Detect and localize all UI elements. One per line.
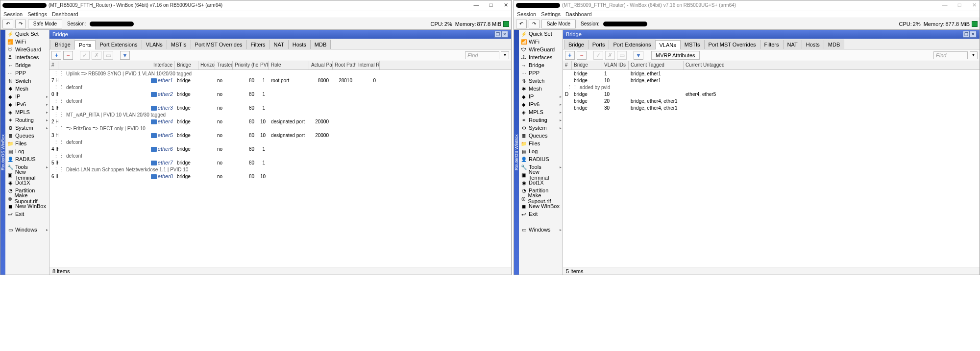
comment-row[interactable]: ⋮⋮defconf [49,97,511,104]
table-row[interactable]: 3 Hether5bridgeno8010designated port2000… [49,132,511,139]
tab-bridge[interactable]: Bridge [50,40,75,49]
minimize-button[interactable]: — [473,2,480,8]
sidebar-item-files[interactable]: 📁Files [519,140,563,147]
sidebar-item-ppp[interactable]: ⋯PPP [5,69,49,77]
sidebar-item-queues[interactable]: ≣Queues [5,132,49,140]
tab-mstis[interactable]: MSTIs [680,40,705,49]
find-input[interactable]: Find [933,51,968,59]
tab-filters[interactable]: Filters [246,40,270,49]
table-row[interactable]: bridge1bridge, ether1 [563,70,980,77]
filter-button[interactable]: ▼ [634,51,643,60]
tab-ports[interactable]: Ports [74,40,96,49]
table-row[interactable]: 7 Hether1bridgeno801root port8000280100 [49,77,511,84]
menu-dashboard[interactable]: Dashboard [52,11,78,17]
table-row[interactable]: 4 IHether6bridgeno801 [49,145,511,152]
sidebar-item-routing[interactable]: ✶Routing▸ [519,116,563,124]
sidebar-item-new-terminal[interactable]: ▣New Terminal [519,171,563,179]
minimize-button[interactable]: — [941,2,948,8]
menu-session[interactable]: Session [3,11,23,17]
tab-mstis[interactable]: MSTIs [167,40,191,49]
col-role[interactable]: Role [269,61,309,70]
tab-bridge[interactable]: Bridge [564,40,588,49]
col-pvid[interactable]: PVID [258,61,269,70]
sidebar-item-new-winbox[interactable]: ◼New WinBox [519,202,563,210]
add-button[interactable]: + [565,51,575,60]
ports-grid[interactable]: # Interface Bridge Horizon Trusted Prior… [49,61,511,267]
maximize-button[interactable]: □ [956,2,963,8]
panel-close-button[interactable]: ✕ [501,31,508,38]
comment-row[interactable]: ⋮⋮added by pvid [563,84,980,91]
mvrp-attributes-button[interactable]: MVRP Attributes [651,51,700,60]
tab-nat[interactable]: NAT [783,40,802,49]
sidebar-item-wireguard[interactable]: 🛡WireGuard [5,46,49,53]
sidebar-item-switch[interactable]: ⇅Switch [5,77,49,85]
remove-button[interactable]: − [577,51,587,60]
tab-nat[interactable]: NAT [270,40,289,49]
comment-row[interactable]: ⋮⋮MT_wAP_RITA | PVID 10 VLAN 20/30 tagge… [49,111,511,118]
table-row[interactable]: 2 Hether4bridgeno8010designated port2000… [49,118,511,125]
undo-button[interactable]: ↶ [516,20,527,28]
table-row[interactable]: 5 IHether7bridgeno801 [49,159,511,166]
menu-settings[interactable]: Settings [27,11,47,17]
sidebar-item-exit[interactable]: ⮐Exit [5,210,49,218]
sidebar-item-make-supout-rif[interactable]: ◎Make Supout.rif [519,194,563,202]
sidebar-item-wifi[interactable]: 📶WiFi [519,38,563,46]
sidebar-item-radius[interactable]: 👤RADIUS [519,155,563,163]
tab-port-mst-overrides[interactable]: Port MST Overrides [191,40,247,49]
maximize-button[interactable]: □ [488,2,494,8]
sidebar-item-new-terminal[interactable]: ▣New Terminal [5,171,49,179]
comment-row[interactable]: ⋮⋮ => FritzBox => DECT only | PVID 10 [49,125,511,132]
sidebar-item-mesh[interactable]: ✱Mesh [5,85,49,93]
tab-vlans[interactable]: VLANs [142,40,167,49]
disable-button[interactable]: ✗ [605,51,615,60]
panel-restore-button[interactable]: ❐ [494,31,501,38]
comment-button[interactable]: ▭ [617,51,627,60]
sidebar-item-interfaces[interactable]: 🖧Interfaces [519,53,563,61]
col-current-untagged[interactable]: Current Untagged [684,61,747,70]
sidebar-item-windows[interactable]: ▭Windows▸ [5,226,49,234]
sidebar-item-queues[interactable]: ≣Queues [519,132,563,140]
remove-button[interactable]: − [63,51,73,60]
titlebar[interactable]: (MT_RB5009_FTTH_Router) - WinBox (64bit)… [0,0,511,10]
sidebar-item-files[interactable]: 📁Files [5,140,49,147]
col-root-path[interactable]: Root Path... [333,61,356,70]
filter-button[interactable]: ▼ [120,51,130,60]
comment-button[interactable]: ▭ [103,51,113,60]
sidebar-item-radius[interactable]: 👤RADIUS [5,155,49,163]
comment-row[interactable]: ⋮⋮Uplink => RB5009 SYNO | PVID 1 VLAN 10… [49,70,511,77]
table-row[interactable]: 6 IHether8bridgeno8010 [49,173,511,180]
panel-titlebar[interactable]: Bridge ❐ ✕ [563,30,980,39]
comment-row[interactable]: ⋮⋮defconf [49,152,511,159]
col-priority[interactable]: Priority (hex) [233,61,258,70]
sidebar-item-ipv6[interactable]: ◆IPv6▸ [5,100,49,108]
sidebar-item-log[interactable]: ▤Log [5,147,49,155]
sidebar-item-ipv6[interactable]: ◆IPv6▸ [519,100,563,108]
sidebar-item-quick-set[interactable]: ⚡Quick Set [5,30,49,38]
titlebar[interactable]: (MT_RB5009_FTTH_Router) - WinBox (64bit)… [514,0,980,10]
tab-port-extensions[interactable]: Port Extensions [609,40,655,49]
menu-session[interactable]: Session [517,11,536,17]
col-hash[interactable]: # [563,61,572,70]
sidebar-item-log[interactable]: ▤Log [519,147,563,155]
close-button[interactable]: ✕ [502,2,509,8]
sidebar-item-interfaces[interactable]: 🖧Interfaces [5,53,49,61]
tab-hosts[interactable]: Hosts [802,40,824,49]
sidebar-item-windows[interactable]: ▭Windows▸ [519,226,563,234]
sidebar-item-mpls[interactable]: ◈MPLS▸ [5,108,49,116]
sidebar-item-quick-set[interactable]: ⚡Quick Set [519,30,563,38]
sidebar-item-switch[interactable]: ⇅Switch [519,77,563,85]
menu-settings[interactable]: Settings [541,11,561,17]
grid-header[interactable]: # Interface Bridge Horizon Trusted Prior… [49,61,511,70]
col-current-tagged[interactable]: Current Tagged [629,61,684,70]
sidebar-item-mpls[interactable]: ◈MPLS▸ [519,108,563,116]
col-bridge[interactable]: Bridge [572,61,602,70]
sidebar-item-system[interactable]: ⚙System▸ [519,124,563,132]
vlans-grid[interactable]: # Bridge VLAN IDs Current Tagged Current… [563,61,980,267]
sidebar-item-routing[interactable]: ✶Routing▸ [5,116,49,124]
table-row[interactable]: 0 IHether2bridgeno801 [49,91,511,97]
enable-button[interactable]: ✓ [593,51,603,60]
tab-mdb[interactable]: MDB [310,40,331,49]
comment-row[interactable]: ⋮⋮defconf [49,84,511,91]
safe-mode-button[interactable]: Safe Mode [541,20,576,28]
enable-button[interactable]: ✓ [80,51,90,60]
